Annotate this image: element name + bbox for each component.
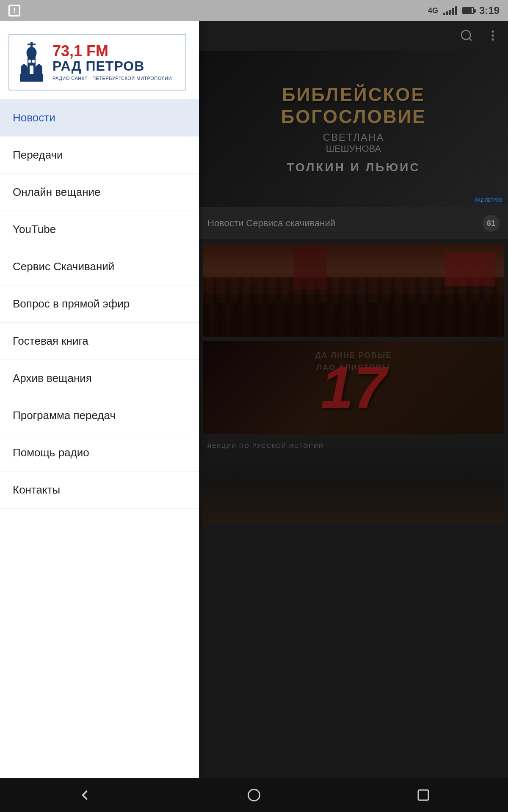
time-display: 3:19 bbox=[479, 5, 500, 16]
sidebar-item-novosti[interactable]: Новости bbox=[0, 99, 199, 137]
app-container: 73,1 FM РАД ПЕТРОВ РАДИО САНКТ - ПЕТЕРБУ… bbox=[0, 21, 508, 778]
svg-rect-13 bbox=[38, 64, 40, 69]
status-bar-left: ! bbox=[8, 5, 20, 16]
home-icon bbox=[246, 787, 262, 803]
sidebar-item-arkhiv[interactable]: Архив вещания bbox=[0, 360, 199, 397]
sidebar: 73,1 FM РАД ПЕТРОВ РАДИО САНКТ - ПЕТЕРБУ… bbox=[0, 21, 199, 778]
svg-rect-6 bbox=[32, 60, 35, 63]
signal-label: 4G bbox=[428, 6, 438, 15]
sidebar-item-gostevaya[interactable]: Гостевая книга bbox=[0, 323, 199, 360]
svg-point-19 bbox=[248, 790, 260, 801]
sidebar-item-programma[interactable]: Программа передач bbox=[0, 397, 199, 434]
warning-icon: ! bbox=[8, 5, 20, 16]
sidebar-item-onlayn[interactable]: Онлайн вещание bbox=[0, 174, 199, 211]
svg-rect-5 bbox=[28, 60, 31, 63]
status-bar: ! 4G 3:19 bbox=[0, 0, 508, 21]
svg-point-2 bbox=[27, 47, 37, 59]
church-icon bbox=[16, 41, 47, 83]
bottom-nav bbox=[0, 778, 508, 812]
sidebar-item-pomoshch[interactable]: Помощь радио bbox=[0, 434, 199, 472]
svg-rect-12 bbox=[23, 64, 25, 69]
recents-icon bbox=[416, 787, 431, 803]
signal-icon bbox=[443, 6, 457, 15]
battery-icon bbox=[462, 7, 474, 14]
sidebar-item-kontakty[interactable]: Контакты bbox=[0, 472, 199, 509]
sidebar-item-vopros[interactable]: Вопрос в прямой эфир bbox=[0, 285, 199, 323]
logo-area: 73,1 FM РАД ПЕТРОВ РАДИО САНКТ - ПЕТЕРБУ… bbox=[0, 21, 199, 99]
sidebar-item-servis[interactable]: Сервис Скачиваний bbox=[0, 248, 199, 285]
svg-rect-1 bbox=[28, 44, 36, 45]
back-button[interactable] bbox=[72, 782, 97, 808]
home-button[interactable] bbox=[241, 782, 267, 808]
logo-fm: 73,1 FM bbox=[52, 44, 172, 59]
status-bar-right: 4G 3:19 bbox=[428, 5, 500, 16]
sidebar-item-peredachi[interactable]: Передачи bbox=[0, 137, 199, 174]
svg-rect-20 bbox=[418, 790, 428, 800]
back-icon bbox=[77, 787, 92, 803]
overlay-dim[interactable] bbox=[199, 21, 508, 778]
nav-menu: Новости Передачи Онлайн вещание YouTube … bbox=[0, 99, 199, 778]
recents-button[interactable] bbox=[411, 782, 436, 808]
logo-subtitle: РАДИО САНКТ - ПЕТЕРБУРГСКОЙ МИТРОПОЛИИ bbox=[52, 76, 172, 81]
logo-box: 73,1 FM РАД ПЕТРОВ РАДИО САНКТ - ПЕТЕРБУ… bbox=[8, 34, 186, 91]
sidebar-item-youtube[interactable]: YouTube bbox=[0, 211, 199, 248]
logo-name: РАД ПЕТРОВ bbox=[52, 59, 172, 74]
svg-rect-4 bbox=[30, 66, 33, 74]
logo-text-area: 73,1 FM РАД ПЕТРОВ РАДИО САНКТ - ПЕТЕРБУ… bbox=[52, 44, 172, 80]
